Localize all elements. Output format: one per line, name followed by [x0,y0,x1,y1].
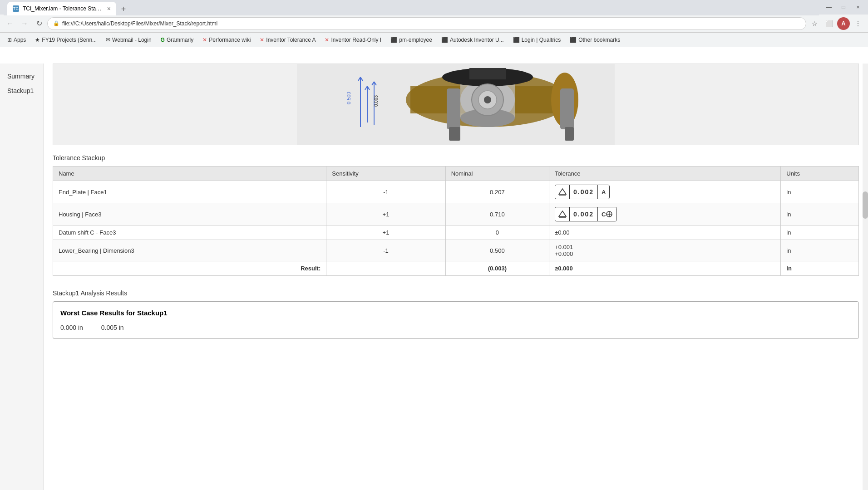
tolerance-badge: 0.002 C [555,207,617,221]
bookmark-inventor-readonly[interactable]: ✕ Inventor Read-Only I [321,36,385,44]
bookmark-grammarly-label: Grammarly [167,37,193,43]
worst-case-title: Worst Case Results for Stackup1 [60,309,851,317]
tolerance-value: 0.002 [570,207,598,221]
window-controls: — □ × [823,2,864,12]
qualtrics-icon: ⬛ [513,37,520,43]
svg-text:0.003: 0.003 [374,95,379,107]
cell-units: in [781,203,859,225]
page-wrapper: Summary Stackup1 [0,64,868,490]
col-header-units: Units [781,167,859,181]
address-bar[interactable]: 🔒 file:///C:/Users/hallc/Desktop/Files/M… [47,17,806,30]
cell-tolerance-text: ±0.00 [549,225,781,240]
back-button[interactable]: ← [4,17,16,30]
svg-rect-22 [447,88,460,129]
bookmark-other[interactable]: ⬛ Other bookmarks [566,36,624,44]
sidebar: Summary Stackup1 [0,64,44,490]
cell-tolerance: 0.002 C [549,203,781,225]
tolerance-modifier: A [598,185,609,199]
model-3d-svg: 0.500 0.003 [297,64,615,145]
svg-rect-20 [560,88,574,129]
grammarly-icon: G [161,37,165,43]
new-tab-button[interactable]: + [117,3,130,15]
col-header-name: Name [53,167,326,181]
apps-icon: ⊞ [7,37,12,43]
tolerance-modifier-cm: C [598,207,616,221]
sidebar-item-summary[interactable]: Summary [0,69,43,83]
tab-close-button[interactable]: × [107,5,111,12]
nav-bar: ← → ↻ 🔒 file:///C:/Users/hallc/Desktop/F… [0,15,868,33]
bookmark-qualtrics[interactable]: ⬛ Login | Qualtrics [509,36,565,44]
bookmark-fy19[interactable]: ★ FY19 Projects (Senn... [31,36,100,44]
tab-bar: TC TCI_Mixer.iam - Tolerance Stacku... ×… [4,0,819,15]
table-row: Datum shift C - Face3 +1 0 ±0.00 in [53,225,859,240]
worst-case-value-1: 0.000 in [60,324,83,331]
scrollbar-thumb[interactable] [863,191,868,219]
bookmark-inventor-tolerance[interactable]: ✕ Inventor Tolerance A [256,36,319,44]
svg-rect-21 [565,127,574,141]
flatness-icon [555,185,570,199]
svg-marker-27 [559,189,566,194]
address-text: file:///C:/Users/hallc/Desktop/Files/Mix… [62,20,800,27]
nav-actions: ☆ ⬜ A ⋮ [808,17,864,30]
bookmark-webmail-label: Webmail - Login [112,37,151,43]
scrollbar-track [863,64,868,490]
reload-button[interactable]: ↻ [33,17,45,30]
browser-tab[interactable]: TC TCI_Mixer.iam - Tolerance Stacku... × [7,2,116,15]
cell-units: in [781,240,859,261]
sidebar-item-stackup1[interactable]: Stackup1 [0,83,43,98]
flatness-icon [555,207,570,221]
bookmark-grammarly[interactable]: G Grammarly [157,36,197,44]
tolerance-stackup-title: Tolerance Stackup [53,154,859,162]
cell-units: in [781,225,859,240]
col-header-nominal: Nominal [445,167,549,181]
bookmark-star-button[interactable]: ☆ [808,17,821,30]
cell-name: Housing | Face3 [53,203,326,225]
bookmark-pm-employee[interactable]: ⬛ pm-employee [387,36,436,44]
other-bookmarks-icon: ⬛ [570,37,577,43]
table-row: Housing | Face3 +1 0.710 0.002 [53,203,859,225]
browser-chrome: TC TCI_Mixer.iam - Tolerance Stacku... ×… [0,0,868,47]
profile-button[interactable]: A [837,17,850,30]
tolerance-table: Name Sensitivity Nominal Tolerance Units… [53,166,859,276]
svg-rect-19 [469,68,506,79]
bookmark-apps-label: Apps [14,37,26,43]
maximize-button[interactable]: □ [837,2,850,12]
title-bar: TC TCI_Mixer.iam - Tolerance Stacku... ×… [0,0,868,15]
table-result-row: Result: (0.003) ≥0.000 in [53,261,859,276]
inventor-tolerance-icon: ✕ [260,37,264,43]
tolerance-badge: 0.002 A [555,185,610,199]
bookmark-inventor-readonly-label: Inventor Read-Only I [331,37,381,43]
cell-name: Lower_Bearing | Dimension3 [53,240,326,261]
extensions-button[interactable]: ⬜ [823,17,835,30]
svg-marker-29 [559,211,566,216]
performance-icon: ✕ [202,37,207,43]
col-header-tolerance: Tolerance [549,167,781,181]
svg-rect-23 [449,127,460,141]
cell-sensitivity: +1 [326,203,445,225]
worst-case-box: Worst Case Results for Stackup1 0.000 in… [53,301,859,339]
cell-nominal: 0.207 [445,181,549,203]
table-row: End_Plate | Face1 -1 0.207 [53,181,859,203]
cell-sensitivity: +1 [326,225,445,240]
bookmark-webmail[interactable]: ✉ Webmail - Login [102,36,155,44]
bookmark-apps[interactable]: ⊞ Apps [4,36,30,44]
menu-button[interactable]: ⋮ [852,17,864,30]
worst-case-value-2: 0.005 in [101,324,124,331]
cell-sensitivity-empty [326,261,445,276]
cell-nominal-result: (0.003) [445,261,549,276]
fy19-icon: ★ [35,37,40,43]
bookmark-other-label: Other bookmarks [578,37,620,43]
cell-tolerance: 0.002 A [549,181,781,203]
cell-nominal: 0 [445,225,549,240]
close-button[interactable]: × [852,2,864,12]
worst-case-values: 0.000 in 0.005 in [60,324,851,331]
lock-icon: 🔒 [53,20,59,26]
bookmark-performance[interactable]: ✕ Performance wiki [199,36,254,44]
bookmark-autodesk[interactable]: ⬛ Autodesk Inventor U... [438,36,508,44]
minimize-button[interactable]: — [823,2,835,12]
forward-button[interactable]: → [18,17,31,30]
cell-sensitivity: -1 [326,181,445,203]
cell-tolerance-result: ≥0.000 [549,261,781,276]
cell-name: Datum shift C - Face3 [53,225,326,240]
autodesk-icon: ⬛ [441,37,448,43]
